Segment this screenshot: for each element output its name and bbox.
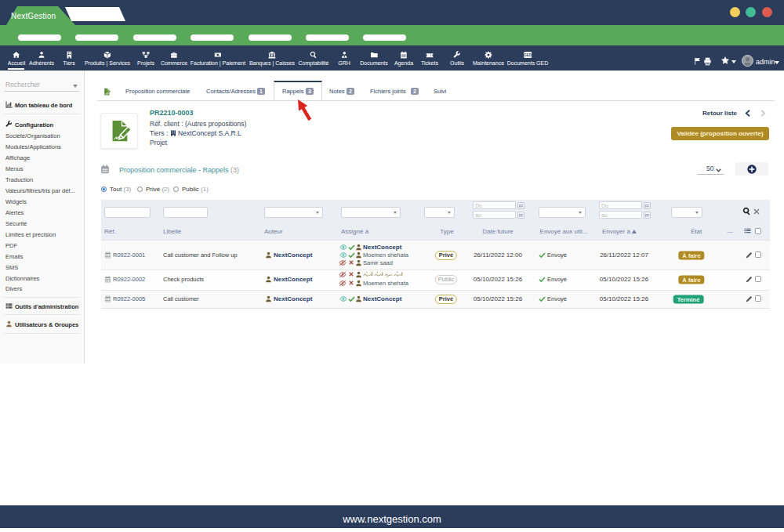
- svg-text:GED: GED: [524, 53, 532, 57]
